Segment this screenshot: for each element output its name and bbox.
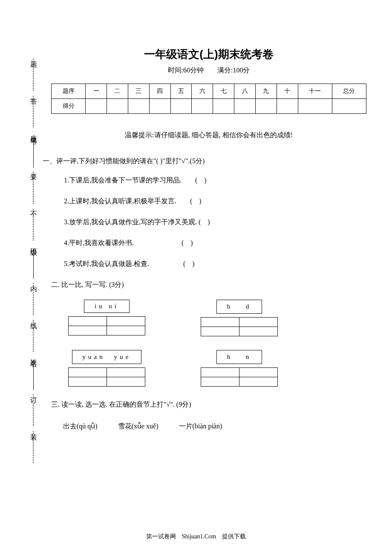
table-row: 题序 一 二 三 四 五 六 七 八 九 十 十一 总分 [52, 84, 366, 99]
footer-url: Shijuan1.Com [182, 533, 216, 540]
footer-note: 提供下载 [222, 533, 246, 540]
score-header: 九 [255, 84, 277, 99]
score-cell[interactable] [128, 99, 149, 114]
hint-text: 温馨提示:请仔细读题, 细心答题, 相信你会有出色的成绩! [51, 131, 366, 140]
score-cell[interactable] [170, 99, 192, 114]
compare-row: iu ui b d [68, 300, 366, 336]
answer-grid[interactable] [68, 367, 145, 387]
score-cell[interactable] [234, 99, 256, 114]
score-header: 十 [277, 84, 298, 99]
pinyin-choice: 雪花(xǚe xuě) [118, 422, 159, 431]
score-header: 二 [107, 84, 128, 99]
question-item: 1.下课后,我会准备下一节课的学习用品. ( ) [64, 176, 366, 185]
question-item: 3.放学后,我会认真做作业,写的字干净又美观. ( ) [64, 218, 366, 227]
score-header: 题序 [52, 84, 86, 99]
compare-block: h n [201, 350, 278, 387]
compare-row: yuan yue h n [68, 350, 366, 387]
score-header: 五 [170, 84, 192, 99]
answer-grid[interactable] [201, 367, 278, 387]
score-header: 三 [128, 84, 149, 99]
page-content: 一年级语文(上)期末统考卷 时间:60分钟 满分:100分 题序 一 二 三 四… [0, 0, 392, 448]
score-header: 四 [149, 84, 170, 99]
section-3-heading: 三. 读一读, 选一选. 在正确的音节上打"√". (9分) [51, 400, 366, 409]
compare-block: iu ui [68, 300, 145, 336]
compare-label: b d [216, 300, 262, 314]
answer-grid[interactable] [201, 317, 278, 336]
score-header: 八 [234, 84, 256, 99]
compare-label: h n [216, 350, 262, 364]
footer-source: 第一试卷网 [146, 533, 176, 540]
compare-block: yuan yue [68, 350, 145, 387]
score-cell[interactable] [86, 99, 107, 114]
score-row-label: 得分 [52, 99, 86, 114]
pinyin-choice: 一片(biàn piàn) [179, 422, 222, 431]
score-header: 一 [86, 84, 107, 99]
score-header: 十一 [298, 84, 332, 99]
question-item: 5.考试时,我会认真做题.检查. ( ) [64, 260, 366, 269]
compare-label: yuan yue [72, 350, 142, 364]
compare-block: b d [201, 300, 278, 336]
score-cell[interactable] [332, 99, 366, 114]
score-cell[interactable] [255, 99, 277, 114]
score-table: 题序 一 二 三 四 五 六 七 八 九 十 十一 总分 得分 [51, 84, 366, 114]
page-footer: 第一试卷网 Shijuan1.Com 提供下载 [0, 533, 392, 541]
score-cell[interactable] [213, 99, 234, 114]
page-title: 一年级语文(上)期末统考卷 [51, 47, 366, 62]
section-2-heading: 二. 比一比, 写一写. (3分) [51, 280, 366, 289]
score-cell[interactable] [277, 99, 298, 114]
score-header: 六 [192, 84, 213, 99]
question-item: 4.平时,我喜欢看课外书. ( ) [64, 239, 366, 248]
table-row: 得分 [52, 99, 366, 114]
score-cell[interactable] [192, 99, 213, 114]
score-cell[interactable] [149, 99, 170, 114]
pinyin-choice: 出去(qù qǜ) [63, 422, 98, 431]
question-item: 2.上课时,我会认真听课,积极举手发言. ( ) [64, 197, 366, 206]
compare-label: iu ui [84, 300, 130, 313]
section-1-heading: 一、评一评,下列好习惯能做到的请在"( )"里打"√".(5分) [43, 157, 366, 166]
score-cell[interactable] [298, 99, 332, 114]
question-3-row: 出去(qù qǜ) 雪花(xǚe xuě) 一片(biàn piàn) [63, 422, 366, 431]
score-header: 七 [213, 84, 234, 99]
score-header: 总分 [332, 84, 366, 99]
page-subtitle: 时间:60分钟 满分:100分 [51, 66, 366, 75]
score-cell[interactable] [107, 99, 128, 114]
answer-grid[interactable] [68, 316, 145, 335]
